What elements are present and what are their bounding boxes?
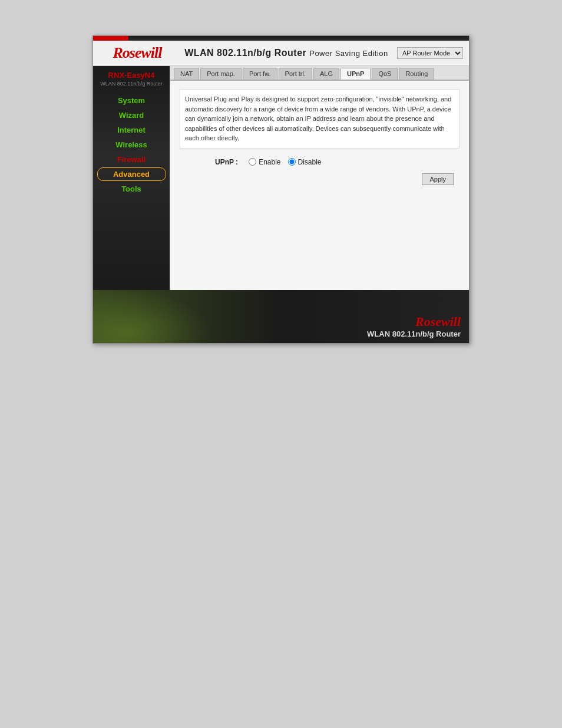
sidebar-item-tools[interactable]: Tools <box>97 182 166 196</box>
title-subtitle: Power Saving Edition <box>309 49 388 58</box>
title-area: WLAN 802.11n/b/g Router Power Saving Edi… <box>176 48 397 58</box>
tab-routing[interactable]: Routing <box>399 68 434 80</box>
rosewill-logo: Rosewill <box>113 44 161 62</box>
footer-model-text: WLAN 802.11n/b/g Router <box>367 330 461 338</box>
sidebar-item-wireless[interactable]: Wireless <box>97 138 166 151</box>
logo-area: Rosewill <box>99 44 176 62</box>
device-name: RNX-EasyN4 <box>108 71 155 80</box>
sidebar-item-wizard[interactable]: Wizard <box>97 108 166 122</box>
header: Rosewill WLAN 802.11n/b/g Router Power S… <box>93 41 469 66</box>
upnp-label: UPnP : <box>215 158 238 166</box>
upnp-disable-option[interactable]: Disable <box>288 158 322 166</box>
content-body: Universal Plug and Play is designed to s… <box>170 81 469 193</box>
top-bar-red-accent <box>93 36 128 41</box>
sidebar-item-system[interactable]: System <box>97 94 166 107</box>
router-ui: Rosewill WLAN 802.11n/b/g Router Power S… <box>92 35 470 344</box>
tab-nat[interactable]: NAT <box>174 68 199 80</box>
tab-port-fw[interactable]: Port fw. <box>243 68 277 80</box>
mode-dropdown[interactable]: AP Router Mode <box>397 47 463 59</box>
title-text: WLAN 802.11n/b/g Router <box>184 48 306 58</box>
tab-port-trl[interactable]: Port trl. <box>279 68 312 80</box>
tab-port-map[interactable]: Port map. <box>200 68 242 80</box>
upnp-disable-radio[interactable] <box>288 158 296 166</box>
apply-row: Apply <box>180 173 459 185</box>
footer-logo-area: Rosewill WLAN 802.11n/b/g Router <box>367 314 461 338</box>
main-layout: RNX-EasyN4 WLAN 802.11n/b/g Router Syste… <box>93 66 469 290</box>
footer-rosewill-logo: Rosewill <box>367 314 461 330</box>
upnp-enable-radio[interactable] <box>249 158 256 166</box>
tab-upnp[interactable]: UPnP <box>340 68 371 80</box>
upnp-disable-label: Disable <box>298 158 322 166</box>
tab-alg[interactable]: ALG <box>313 68 339 80</box>
sidebar: RNX-EasyN4 WLAN 802.11n/b/g Router Syste… <box>93 66 170 290</box>
tab-qos[interactable]: QoS <box>372 68 398 80</box>
top-bar <box>93 36 469 41</box>
tab-bar: NAT Port map. Port fw. Port trl. ALG UPn… <box>170 66 469 81</box>
sidebar-item-internet[interactable]: Internet <box>97 123 166 137</box>
mode-selector[interactable]: AP Router Mode <box>397 47 463 59</box>
upnp-enable-option[interactable]: Enable <box>249 158 280 166</box>
upnp-enable-label: Enable <box>259 158 280 166</box>
device-model: WLAN 802.11n/b/g Router <box>100 81 163 87</box>
sidebar-item-advanced[interactable]: Advanced <box>97 167 166 181</box>
content-area: NAT Port map. Port fw. Port trl. ALG UPn… <box>170 66 469 290</box>
footer-decoration <box>93 290 211 343</box>
description-text: Universal Plug and Play is designed to s… <box>180 89 459 149</box>
footer-area: Rosewill WLAN 802.11n/b/g Router <box>93 290 469 343</box>
upnp-row: UPnP : Enable Disable <box>215 158 459 166</box>
page-title: WLAN 802.11n/b/g Router Power Saving Edi… <box>184 48 388 58</box>
apply-button[interactable]: Apply <box>422 173 454 185</box>
sidebar-nav: System Wizard Internet Wireless Firewall… <box>93 94 170 196</box>
sidebar-item-firewall[interactable]: Firewall <box>97 153 166 166</box>
